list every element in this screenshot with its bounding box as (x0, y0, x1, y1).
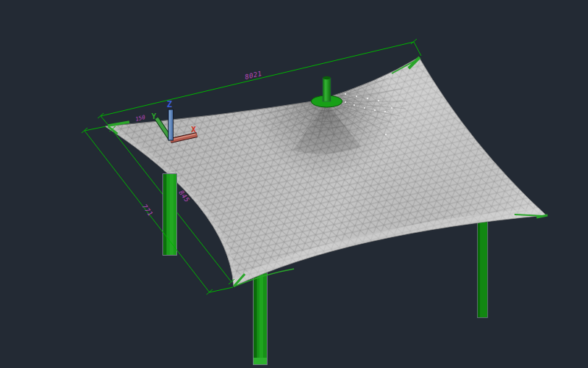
column-center-shade (254, 268, 257, 364)
ucs-z-axis (168, 109, 173, 140)
column-left[interactable] (163, 174, 177, 256)
column-left-highlight (170, 174, 173, 255)
model-space-canvas[interactable]: 8021 771 845 150 Z Y X (0, 0, 588, 368)
column-center-base (254, 358, 267, 364)
column-center[interactable] (254, 268, 268, 365)
ucs-x-label: X (191, 125, 196, 134)
ucs-z-axis-highlight (169, 110, 171, 140)
column-right[interactable] (478, 217, 488, 318)
column-left-shade (163, 174, 167, 255)
ucs-y-label: Y (151, 112, 157, 121)
cad-viewport[interactable]: 8021 771 845 150 Z Y X (0, 0, 588, 368)
column-right-shade (478, 217, 480, 317)
mast-shaft (323, 78, 331, 101)
ucs-z-label: Z (167, 99, 172, 109)
mast-cap (323, 76, 331, 79)
column-center-highlight (259, 268, 263, 364)
